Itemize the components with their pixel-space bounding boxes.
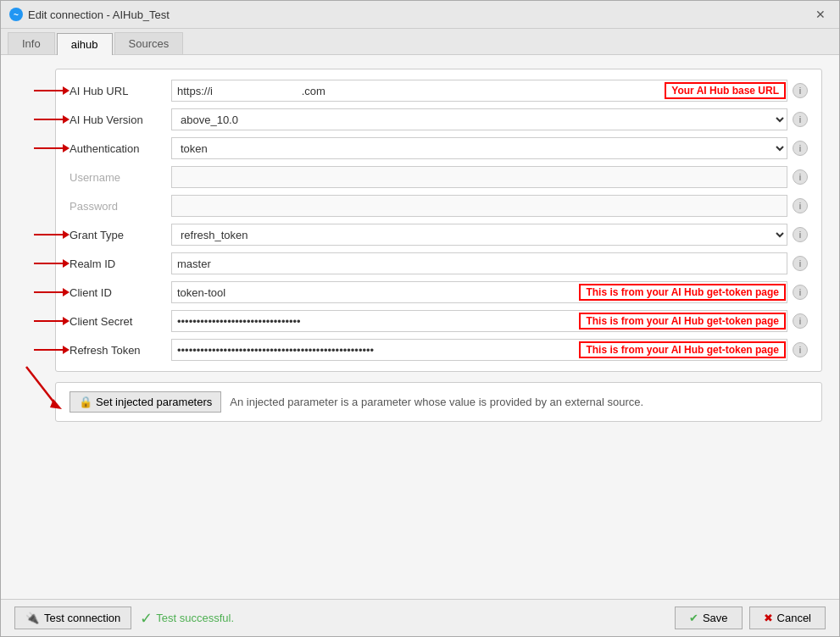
username-input[interactable] (171, 166, 787, 188)
test-success-text: Test successful. (156, 612, 234, 624)
svg-marker-7 (63, 230, 70, 239)
cancel-button[interactable]: ✖ Cancel (749, 607, 826, 629)
realm-id-row: Realm ID i (70, 252, 808, 274)
cancel-label: Cancel (777, 612, 811, 624)
authentication-row: Authentication token basic none i (70, 137, 808, 159)
arrow-client-secret (32, 313, 70, 330)
info-icon-username[interactable]: i (793, 169, 808, 185)
info-icon-client-secret[interactable]: i (793, 313, 808, 329)
annotation-url: Your AI Hub base URL (665, 82, 786, 99)
tab-sources[interactable]: Sources (114, 32, 184, 54)
arrow-grant (32, 226, 70, 243)
password-row: Password i (70, 195, 808, 217)
svg-marker-5 (63, 144, 70, 152)
tab-bar: Info aihub Sources (1, 29, 839, 55)
test-success-message: ✓ Test successful. (140, 609, 234, 628)
close-button[interactable]: ✕ (810, 6, 831, 23)
grant-type-row: Grant Type refresh_token client_credenti… (70, 224, 808, 246)
lock-icon: 🔒 (79, 396, 92, 408)
info-icon-version[interactable]: i (793, 112, 808, 127)
info-icon-auth[interactable]: i (793, 141, 808, 156)
annotation-client-id: This is from your AI Hub get-token page (579, 284, 786, 301)
annotation-refresh-token: This is from your AI Hub get-token page (579, 341, 786, 358)
bottom-bar: 🔌 Test connection ✓ Test successful. ✔ S… (1, 599, 839, 636)
test-connection-button[interactable]: 🔌 Test connection (14, 607, 131, 629)
svg-marker-13 (63, 317, 70, 325)
main-content: AI Hub URL Your AI Hub base URL i AI Hub… (1, 55, 839, 599)
svg-marker-1 (63, 86, 70, 95)
set-injected-button[interactable]: 🔒 Set injected parameters (70, 391, 221, 413)
test-conn-icon: 🔌 (25, 612, 39, 624)
realm-id-input[interactable] (171, 252, 787, 274)
bottom-left: 🔌 Test connection ✓ Test successful. (14, 607, 234, 629)
info-icon-password[interactable]: i (793, 198, 808, 213)
info-icon-realm[interactable]: i (793, 256, 808, 271)
ai-hub-version-select[interactable]: above_10.0 below_10.0 (171, 108, 787, 130)
client-secret-row: Client Secret This is from your AI Hub g… (70, 310, 808, 332)
arrow-auth (32, 140, 70, 157)
form-area: AI Hub URL Your AI Hub base URL i AI Hub… (55, 69, 822, 372)
annotation-client-secret: This is from your AI Hub get-token page (579, 313, 786, 330)
label-client-secret: Client Secret (70, 315, 171, 328)
arrow-refresh-token (32, 341, 70, 358)
info-icon-grant[interactable]: i (793, 227, 808, 242)
svg-line-16 (26, 367, 56, 405)
label-authentication: Authentication (70, 142, 171, 155)
save-label: Save (703, 612, 728, 624)
label-ai-hub-url: AI Hub URL (70, 85, 171, 97)
username-row: Username i (70, 166, 808, 188)
svg-marker-9 (63, 259, 70, 268)
diagonal-arrow-test (9, 358, 77, 418)
tab-aihub[interactable]: aihub (57, 33, 113, 55)
svg-marker-11 (63, 288, 70, 296)
client-id-row: Client ID This is from your AI Hub get-t… (70, 281, 808, 303)
arrow-realm (32, 255, 70, 272)
dialog: ~ Edit connection - AIHub_Test ✕ Info ai… (0, 0, 840, 637)
info-icon-url[interactable]: i (793, 83, 808, 98)
test-checkmark: ✓ (140, 609, 153, 628)
save-icon: ✔ (689, 612, 698, 624)
label-grant-type: Grant Type (70, 229, 171, 241)
svg-marker-15 (63, 346, 70, 354)
svg-marker-3 (63, 115, 70, 124)
label-realm-id: Realm ID (70, 258, 171, 270)
ai-hub-version-row: AI Hub Version above_10.0 below_10.0 i (70, 108, 808, 130)
set-injected-label: Set injected parameters (96, 396, 212, 408)
info-icon-refresh-token[interactable]: i (793, 342, 808, 357)
cancel-icon: ✖ (764, 612, 773, 624)
grant-type-select[interactable]: refresh_token client_credentials passwor… (171, 224, 787, 246)
label-client-id: Client ID (70, 286, 171, 299)
ai-hub-url-row: AI Hub URL Your AI Hub base URL i (70, 80, 808, 102)
title-bar: ~ Edit connection - AIHub_Test ✕ (1, 1, 839, 29)
dialog-title: Edit connection - AIHub_Test (28, 8, 170, 21)
arrow-version (32, 111, 70, 128)
tab-info[interactable]: Info (8, 32, 55, 54)
label-ai-hub-version: AI Hub Version (70, 114, 171, 126)
injected-area: 🔒 Set injected parameters An injected pa… (55, 382, 822, 422)
info-icon-client-id[interactable]: i (793, 285, 808, 300)
refresh-token-row: Refresh Token This is from your AI Hub g… (70, 339, 808, 361)
label-password: Password (70, 200, 171, 213)
app-logo: ~ (9, 8, 23, 21)
bottom-right: ✔ Save ✖ Cancel (675, 607, 826, 629)
arrow-client-id (32, 284, 70, 301)
title-bar-left: ~ Edit connection - AIHub_Test (9, 8, 170, 21)
authentication-select[interactable]: token basic none (171, 137, 787, 159)
test-conn-label: Test connection (44, 612, 120, 624)
password-input[interactable] (171, 195, 787, 217)
label-refresh-token: Refresh Token (70, 344, 171, 357)
arrow-url (32, 82, 70, 99)
injected-description: An injected parameter is a parameter who… (230, 396, 643, 408)
label-username: Username (70, 171, 171, 184)
save-button[interactable]: ✔ Save (675, 607, 743, 629)
